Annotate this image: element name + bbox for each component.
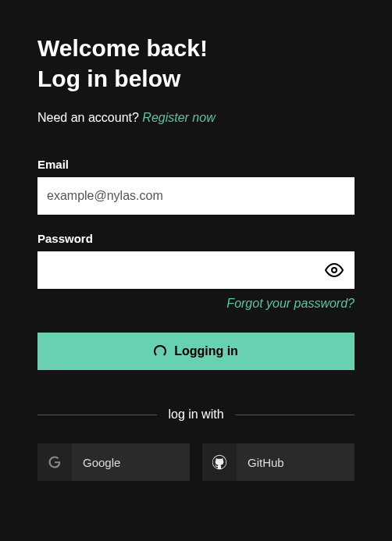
social-login-row: Google GitHub bbox=[37, 443, 355, 481]
google-icon-box bbox=[37, 443, 72, 481]
title-line-1: Welcome back! bbox=[37, 35, 208, 61]
forgot-password-row: Forgot your password? bbox=[37, 297, 355, 311]
github-label: GitHub bbox=[237, 456, 284, 469]
register-link[interactable]: Register now bbox=[142, 111, 215, 124]
login-button[interactable]: Logging in bbox=[37, 333, 355, 370]
divider-label: log in with bbox=[157, 408, 234, 422]
github-icon bbox=[212, 454, 227, 470]
divider-line-right bbox=[235, 415, 355, 415]
forgot-password-link[interactable]: Forgot your password? bbox=[226, 297, 355, 310]
github-login-button[interactable]: GitHub bbox=[202, 443, 355, 481]
page-title: Welcome back! Log in below bbox=[37, 33, 355, 94]
social-divider: log in with bbox=[37, 408, 355, 422]
password-field[interactable] bbox=[37, 251, 355, 289]
login-button-label: Logging in bbox=[174, 344, 238, 358]
google-login-button[interactable]: Google bbox=[37, 443, 190, 481]
email-label: Email bbox=[37, 158, 355, 171]
github-icon-box bbox=[202, 443, 237, 481]
spinner-icon bbox=[154, 345, 166, 358]
register-text: Need an account? bbox=[37, 111, 142, 124]
email-field[interactable] bbox=[37, 177, 355, 215]
toggle-password-visibility-button[interactable] bbox=[322, 258, 347, 283]
password-field-group: Password bbox=[37, 232, 355, 289]
password-label: Password bbox=[37, 232, 355, 245]
register-prompt: Need an account? Register now bbox=[37, 111, 355, 125]
google-icon bbox=[48, 455, 62, 469]
title-line-2: Log in below bbox=[37, 66, 180, 91]
divider-line-left bbox=[37, 415, 157, 415]
email-field-group: Email bbox=[37, 158, 355, 215]
svg-point-0 bbox=[332, 268, 337, 272]
eye-icon bbox=[325, 261, 344, 279]
google-label: Google bbox=[72, 456, 120, 469]
